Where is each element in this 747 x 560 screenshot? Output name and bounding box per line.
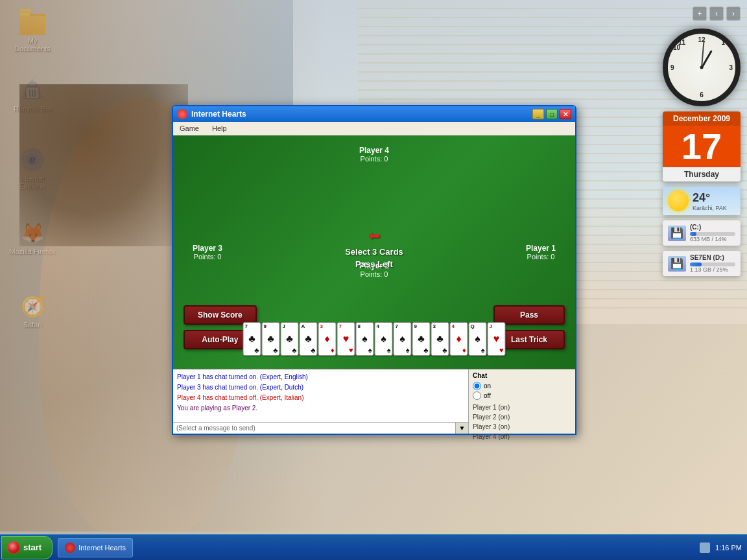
calendar-widget: December 2009 17 Thursday [663, 111, 741, 181]
chat-input-row[interactable]: ▼ [173, 422, 468, 434]
chat-log-entry: Player 4 has chat turned off. (Expert, I… [177, 393, 464, 403]
taskbar-hearts-icon [65, 542, 75, 553]
clock-widget: 12 3 6 9 1 11 10 [663, 29, 741, 106]
game-area: Player 4 Points: 0 Player 3 Points: 0 Pl… [173, 135, 575, 369]
card-3[interactable]: A ♣ ♣ [300, 322, 318, 356]
chat-player-entry: Player 1 (on) [473, 402, 571, 412]
chat-message-input[interactable] [173, 423, 455, 434]
chat-log-entry: Player 3 has chat turned on. (Expert, Du… [177, 382, 464, 393]
player-hand: 7 ♣ ♣ 9 ♣ ♣ J ♣ ♣ A ♣ ♣ 3 ♦ ♦ 7 ♥ ♥ 8 ♠ … [243, 322, 506, 356]
card-5[interactable]: 7 ♥ ♥ [337, 322, 355, 356]
taskbar-clock: 1:16 PM [715, 544, 742, 552]
card-6[interactable]: 8 ♠ ♠ [356, 322, 374, 356]
menu-help[interactable]: Help [209, 123, 230, 134]
weather-sun-icon [668, 191, 689, 211]
chat-players-list: Player 1 (on)Player 2 (on)Player 3 (on)P… [473, 402, 571, 441]
card-13[interactable]: J ♥ ♥ [488, 322, 506, 356]
weather-widget: 24° Karāchi, PAK [663, 187, 741, 215]
card-11[interactable]: 4 ♦ ♦ [450, 322, 468, 356]
drive-c-icon [668, 226, 686, 241]
window-maximize-button[interactable]: □ [546, 109, 558, 119]
window-minimize-button[interactable]: _ [532, 109, 544, 119]
start-label: start [23, 542, 42, 552]
drive-d-widget: SE7EN (D:) 1.13 GB / 25% [663, 251, 741, 276]
chat-player-entry: Player 3 (on) [473, 422, 571, 432]
player1-label: Player 1 Points: 0 [526, 244, 556, 261]
taskbar: start Internet Hearts 1:16 PM [0, 534, 747, 560]
card-1[interactable]: 9 ♣ ♣ [262, 322, 280, 356]
card-7[interactable]: 4 ♠ ♠ [375, 322, 393, 356]
card-8[interactable]: 7 ♠ ♠ [394, 322, 412, 356]
card-2[interactable]: J ♣ ♣ [281, 322, 299, 356]
window-titlebar: Internet Hearts _ □ ✕ [173, 106, 575, 122]
chat-send-button[interactable]: ▼ [455, 423, 468, 434]
sys-tray-network-icon [700, 542, 710, 553]
window-menubar: Game Help [173, 122, 575, 135]
chat-log: Player 1 has chat turned on. (Expert, En… [173, 369, 468, 422]
window-title: Internet Hearts [191, 110, 246, 119]
card-12[interactable]: Q ♠ ♠ [469, 322, 487, 356]
taskbar-hearts-item[interactable]: Internet Hearts [58, 538, 133, 557]
drive-d-icon [668, 256, 686, 272]
card-0[interactable]: 7 ♣ ♣ [243, 322, 261, 356]
windows-orb [7, 541, 20, 554]
card-4[interactable]: 3 ♦ ♦ [318, 322, 337, 356]
menu-game[interactable]: Game [177, 123, 202, 134]
center-area: ⬅ Select 3 Cards Pass Left [345, 228, 403, 269]
chat-radio-on[interactable] [473, 382, 481, 390]
hearts-window: Internet Hearts _ □ ✕ Game Help Player 4… [172, 105, 576, 435]
chat-on-label: on [484, 382, 491, 390]
player3-label: Player 3 Points: 0 [193, 244, 222, 261]
pass-direction-arrow: ⬅ [368, 228, 380, 244]
window-close-button[interactable]: ✕ [560, 109, 571, 119]
chat-header: Chat [473, 372, 571, 379]
chat-radio-group: on off [473, 382, 571, 400]
window-app-icon [177, 109, 187, 119]
chat-off-label: off [484, 392, 491, 399]
widget-add-button[interactable]: + [693, 6, 707, 21]
start-button[interactable]: start [1, 536, 53, 559]
chat-log-entry: Player 1 has chat turned on. (Expert, En… [177, 372, 464, 382]
chat-log-entry: You are playing as Player 2. [177, 403, 464, 414]
chat-player-entry: Player 2 (on) [473, 412, 571, 422]
player4-label: Player 4 Points: 0 [359, 146, 389, 163]
taskbar-hearts-label: Internet Hearts [78, 544, 126, 552]
chat-radio-off[interactable] [473, 391, 481, 400]
widget-prev-button[interactable]: ‹ [709, 6, 724, 21]
card-9[interactable]: 9 ♣ ♣ [412, 322, 431, 356]
chat-panel: Chat on off Player 1 (on)Player 2 (on)Pl… [468, 369, 575, 434]
drive-c-widget: (C:) 633 MB / 14% [663, 220, 741, 246]
widget-next-button[interactable]: › [726, 6, 741, 21]
card-10[interactable]: 3 ♣ ♣ [431, 322, 449, 356]
chat-player-entry: Player 4 (off) [473, 432, 571, 441]
